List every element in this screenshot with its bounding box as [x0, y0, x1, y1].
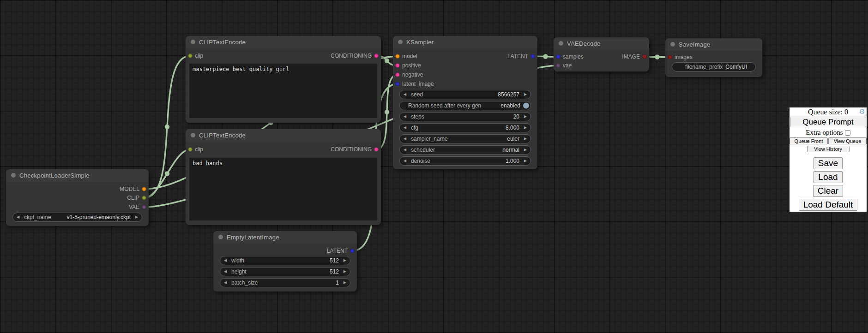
increment-arrow-icon[interactable]: ▶ — [524, 115, 527, 119]
input-port-positive[interactable] — [396, 64, 400, 68]
input-port-model[interactable] — [396, 54, 400, 59]
widget-value: 8.000 — [506, 125, 519, 131]
clear-button[interactable]: Clear — [813, 185, 843, 197]
load-default-button[interactable]: Load Default — [799, 199, 858, 211]
widget-label: seed — [411, 91, 423, 98]
output-port-VAE[interactable] — [142, 205, 146, 209]
output-port-CLIP[interactable] — [142, 196, 146, 200]
widget-ckpt_name[interactable]: ◀▶ckpt_namev1-5-pruned-emaonly.ckpt — [12, 213, 142, 222]
decrement-arrow-icon[interactable]: ◀ — [404, 159, 406, 163]
widget-height[interactable]: ◀▶height512 — [220, 267, 350, 276]
increment-arrow-icon[interactable]: ▶ — [344, 259, 346, 262]
extra-options-checkbox[interactable] — [845, 130, 850, 136]
widget-width[interactable]: ◀▶width512 — [220, 256, 350, 265]
queue-front-button[interactable]: Queue Front — [790, 137, 828, 144]
node-clip-text-encode-negative[interactable]: CLIPTextEncodeclipCONDITIONINGbad hands — [186, 129, 381, 225]
widget-batch_size[interactable]: ◀▶batch_size1 — [220, 278, 350, 287]
queue-prompt-button[interactable]: Queue Prompt — [790, 117, 866, 127]
decrement-arrow-icon[interactable]: ◀ — [404, 93, 406, 96]
view-history-button[interactable]: View History — [807, 146, 850, 152]
increment-arrow-icon[interactable]: ▶ — [135, 215, 138, 219]
node-title-bar[interactable]: CheckpointLoaderSimple — [6, 169, 149, 182]
node-title-bar[interactable]: VAEDecode — [554, 37, 649, 50]
widget-denoise[interactable]: ◀▶denoise1.000 — [399, 156, 531, 166]
widget-filename_prefix[interactable]: filename_prefixComfyUI — [672, 62, 756, 71]
toggle-knob-icon[interactable] — [523, 103, 529, 109]
increment-arrow-icon[interactable]: ▶ — [524, 137, 527, 141]
widget-value: 1 — [336, 279, 339, 286]
node-save-image[interactable]: SaveImageimagesfilename_prefixComfyUI — [665, 38, 762, 77]
input-port-clip[interactable] — [188, 148, 193, 152]
widget-label: ckpt_name — [24, 214, 51, 220]
widget-scheduler[interactable]: ◀▶schedulernormal — [399, 145, 531, 155]
input-slot-label: model — [402, 53, 417, 59]
widget-value: ComfyUI — [725, 64, 747, 70]
input-slot-label: latent_image — [402, 81, 434, 87]
node-title-bar[interactable]: KSampler — [393, 36, 537, 48]
decrement-arrow-icon[interactable]: ◀ — [224, 281, 227, 285]
output-port-IMAGE[interactable] — [643, 55, 647, 59]
prompt-textarea[interactable]: masterpiece best quality girl — [189, 64, 377, 118]
save-button[interactable]: Save — [814, 157, 843, 169]
input-port-images[interactable] — [668, 55, 672, 59]
load-button[interactable]: Load — [814, 171, 842, 183]
widget-label: height — [231, 268, 247, 275]
increment-arrow-icon[interactable]: ▶ — [524, 159, 527, 163]
node-graph-canvas[interactable]: CheckpointLoaderSimpleMODELCLIPVAE◀▶ckpt… — [0, 0, 868, 333]
node-collapse-dot-icon[interactable] — [670, 42, 675, 47]
node-ksampler[interactable]: KSamplermodelLATENTpositivenegativelaten… — [393, 36, 537, 169]
input-port-latent_image[interactable] — [396, 82, 400, 86]
widget-steps[interactable]: ◀▶steps20 — [399, 112, 531, 121]
input-port-vae[interactable] — [556, 64, 561, 68]
node-collapse-dot-icon[interactable] — [559, 41, 563, 46]
decrement-arrow-icon[interactable]: ◀ — [224, 270, 227, 274]
node-title-bar[interactable]: EmptyLatentImage — [213, 231, 357, 244]
increment-arrow-icon[interactable]: ▶ — [344, 281, 346, 285]
widget-cfg[interactable]: ◀▶cfg8.000 — [399, 123, 531, 132]
output-port-MODEL[interactable] — [142, 187, 146, 191]
output-slot-label: VAE — [129, 204, 139, 210]
decrement-arrow-icon[interactable]: ◀ — [404, 137, 406, 141]
node-title-bar[interactable]: CLIPTextEncode — [186, 129, 381, 142]
increment-arrow-icon[interactable]: ▶ — [344, 270, 346, 274]
widget-sampler_name[interactable]: ◀▶sampler_nameeuler — [399, 134, 531, 143]
output-port-CONDITIONING[interactable] — [374, 148, 379, 152]
node-checkpoint-loader[interactable]: CheckpointLoaderSimpleMODELCLIPVAE◀▶ckpt… — [6, 169, 149, 226]
output-port-LATENT[interactable] — [350, 249, 355, 253]
widget-random-seed-after-every-gen[interactable]: Random seed after every genenabled — [399, 101, 531, 110]
decrement-arrow-icon[interactable]: ◀ — [404, 148, 406, 152]
node-vae-decode[interactable]: VAEDecodesamplesIMAGEvae — [554, 37, 649, 71]
decrement-arrow-icon[interactable]: ◀ — [404, 115, 406, 119]
node-title-bar[interactable]: SaveImage — [665, 38, 762, 51]
input-port-samples[interactable] — [556, 55, 561, 59]
increment-arrow-icon[interactable]: ▶ — [524, 93, 527, 96]
view-queue-button[interactable]: View Queue — [828, 137, 867, 144]
widget-label: batch_size — [231, 279, 258, 286]
output-port-CONDITIONING[interactable] — [374, 54, 379, 58]
input-port-negative[interactable] — [396, 73, 400, 77]
node-collapse-dot-icon[interactable] — [191, 133, 195, 137]
node-title-bar[interactable]: CLIPTextEncode — [186, 36, 381, 48]
node-clip-text-encode-positive[interactable]: CLIPTextEncodeclipCONDITIONINGmasterpiec… — [186, 36, 381, 123]
increment-arrow-icon[interactable]: ▶ — [524, 126, 527, 130]
node-title-label: VAEDecode — [567, 40, 601, 47]
decrement-arrow-icon[interactable]: ◀ — [404, 126, 406, 130]
node-empty-latent-image[interactable]: EmptyLatentImageLATENT◀▶width512◀▶height… — [213, 231, 357, 291]
widget-label: width — [231, 257, 244, 264]
increment-arrow-icon[interactable]: ▶ — [524, 148, 527, 152]
widget-value: v1-5-pruned-emaonly.ckpt — [66, 214, 131, 220]
prompt-textarea[interactable]: bad hands — [189, 158, 377, 220]
decrement-arrow-icon[interactable]: ◀ — [224, 259, 227, 262]
input-slot-label: vae — [563, 62, 572, 69]
node-collapse-dot-icon[interactable] — [398, 40, 403, 44]
widget-seed[interactable]: ◀▶seed8566257 — [399, 90, 531, 99]
node-collapse-dot-icon[interactable] — [191, 40, 195, 44]
node-collapse-dot-icon[interactable] — [218, 235, 223, 239]
decrement-arrow-icon[interactable]: ◀ — [17, 215, 19, 219]
widget-value: euler — [507, 136, 519, 142]
input-port-clip[interactable] — [188, 54, 193, 58]
settings-gear-icon[interactable]: ⚙ — [859, 107, 865, 116]
node-title-label: SaveImage — [679, 41, 710, 48]
output-port-LATENT[interactable] — [531, 54, 535, 59]
node-collapse-dot-icon[interactable] — [11, 173, 16, 178]
